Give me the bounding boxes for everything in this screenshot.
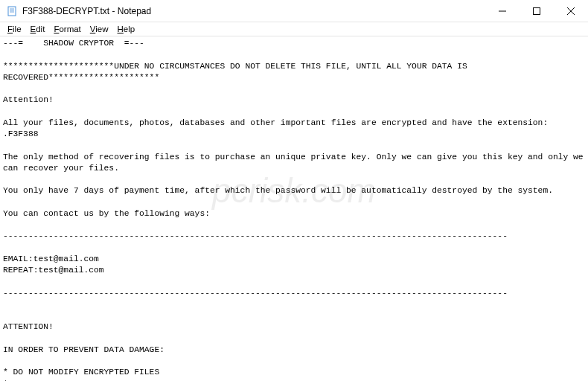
- window-controls: [485, 0, 588, 22]
- notepad-icon: [6, 5, 18, 17]
- text-line: ---= SHADOW CRYPTOR =---: [3, 39, 144, 48]
- window-titlebar: F3F388-DECRYPT.txt - Notepad: [0, 0, 588, 22]
- maximize-button[interactable]: [520, 0, 554, 22]
- menu-help[interactable]: Help: [113, 24, 140, 34]
- menu-edit[interactable]: Edit: [26, 24, 50, 34]
- menu-file[interactable]: File: [3, 24, 26, 34]
- menu-format[interactable]: Format: [49, 24, 85, 34]
- text-line: You only have 7 days of payment time, af…: [3, 186, 553, 195]
- text-line: The only method of recovering files is t…: [3, 153, 588, 173]
- text-area[interactable]: ---= SHADOW CRYPTOR =--- ***************…: [0, 36, 588, 381]
- text-line: You can contact us by the following ways…: [3, 209, 210, 218]
- menu-view[interactable]: View: [86, 24, 113, 34]
- menu-bar: File Edit Format View Help: [0, 22, 588, 36]
- text-line: Attention!: [3, 95, 54, 104]
- text-line: IN ORDER TO PREVENT DATA DAMAGE:: [3, 345, 164, 354]
- close-button[interactable]: [554, 0, 588, 22]
- minimize-button[interactable]: [485, 0, 520, 22]
- window-title: F3F388-DECRYPT.txt - Notepad: [22, 6, 485, 16]
- text-bullet: * DO NOT MODIFY ENCRYPTED FILES: [3, 368, 159, 377]
- text-email: EMAIL:test@mail.com: [3, 254, 99, 263]
- text-line: **********************UNDER NO CIRCUMSTA…: [3, 62, 472, 82]
- text-line: All your files, documents, photos, datab…: [3, 118, 553, 138]
- text-email: REPEAT:test@mail.com: [3, 266, 104, 275]
- svg-rect-5: [534, 8, 540, 15]
- svg-rect-0: [8, 7, 16, 16]
- text-separator: ----------------------------------------…: [3, 289, 508, 298]
- text-line: ATTENTION!: [3, 322, 54, 331]
- text-separator: ----------------------------------------…: [3, 231, 508, 240]
